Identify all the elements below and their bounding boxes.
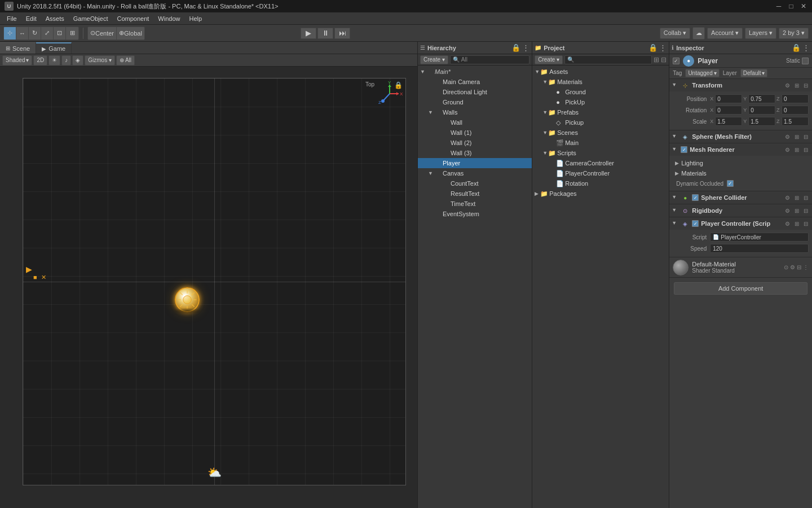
- hierarchy-item-wall1[interactable]: Wall: [418, 117, 532, 128]
- menu-component[interactable]: Component: [112, 12, 153, 25]
- lighting-collapse[interactable]: ▶ Lighting: [673, 158, 809, 168]
- project-item-assets[interactable]: ▼📁Assets: [532, 67, 669, 77]
- axis-gizmo[interactable]: X Y Z: [377, 81, 403, 107]
- dynamic-occluded-checkbox[interactable]: ✓: [727, 180, 734, 187]
- sphere-mesh-filter-header[interactable]: ▼ ◈ Sphere (Mesh Filter) ⚙ ⊞ ⊟: [669, 130, 812, 143]
- pause-button[interactable]: ⏸: [317, 28, 333, 39]
- collab-btn[interactable]: Collab ▾: [660, 28, 690, 39]
- gizmos-dropdown[interactable]: Gizmos ▾: [85, 55, 115, 65]
- 2d-toggle[interactable]: 2D: [33, 55, 47, 65]
- hierarchy-item-walls[interactable]: ▼Walls: [418, 107, 532, 117]
- mr-checkbox[interactable]: ✓: [681, 146, 687, 153]
- project-item-camera-ctrl[interactable]: 📄CameraController: [532, 158, 669, 168]
- hierarchy-item-canvas[interactable]: ▼Canvas: [418, 168, 532, 178]
- mesh-renderer-header[interactable]: ▼ ✓ Mesh Renderer ⚙ ⊞ ⊟: [669, 143, 812, 156]
- inspector-menu-icon[interactable]: ⋮: [802, 43, 810, 52]
- pivot-btn[interactable]: ⊙ Center: [88, 27, 117, 40]
- minimize-btn[interactable]: ─: [775, 2, 783, 10]
- transform-tool-2[interactable]: ↻: [29, 27, 41, 40]
- materials-collapse[interactable]: ▶ Materials: [673, 168, 809, 178]
- rot-z-field[interactable]: 0: [782, 106, 809, 115]
- pc-checkbox[interactable]: ✓: [692, 220, 699, 227]
- pc-menu-btn[interactable]: ⚙: [783, 220, 792, 227]
- project-item-rotation-script[interactable]: 📄Rotation: [532, 178, 669, 189]
- tab-scene[interactable]: ⊞ Scene: [0, 42, 36, 54]
- menu-assets[interactable]: Assets: [41, 12, 69, 25]
- menu-file[interactable]: File: [2, 12, 21, 25]
- project-create-btn[interactable]: Create ▾: [535, 55, 563, 64]
- menu-window[interactable]: Window: [153, 12, 184, 25]
- transform-tool-5[interactable]: ⊞: [66, 27, 78, 40]
- project-item-pickup-prefab[interactable]: ◇Pickup: [532, 117, 669, 128]
- static-toggle[interactable]: [802, 58, 809, 64]
- project-item-pickup-mat[interactable]: ●PickUp: [532, 97, 669, 107]
- hierarchy-item-wall2[interactable]: Wall (1): [418, 128, 532, 138]
- material-settings-btn[interactable]: ⋮: [803, 264, 809, 270]
- scale-x-field[interactable]: 1.5: [715, 117, 742, 126]
- project-item-prefabs[interactable]: ▼📁Prefabs: [532, 107, 669, 117]
- sc-checkbox[interactable]: ✓: [692, 194, 699, 201]
- layers-btn[interactable]: Layers ▾: [745, 28, 776, 39]
- hierarchy-item-directional-light[interactable]: Directional Light: [418, 87, 532, 97]
- pc-action-2[interactable]: ⊟: [802, 220, 810, 227]
- project-item-materials[interactable]: ▼📁Materials: [532, 77, 669, 87]
- mr-action-1[interactable]: ⊞: [793, 146, 801, 154]
- hierarchy-item-wall3[interactable]: Wall (2): [418, 138, 532, 148]
- project-menu-icon[interactable]: ⋮: [659, 43, 667, 52]
- sc-action-2[interactable]: ⊟: [802, 194, 810, 202]
- rot-y-field[interactable]: 0: [748, 106, 775, 115]
- project-tool-1[interactable]: ⊞: [654, 56, 659, 64]
- project-lock-icon[interactable]: 🔒: [648, 43, 657, 52]
- object-active-checkbox[interactable]: ✓: [673, 58, 679, 64]
- layout-btn[interactable]: 2 by 3 ▾: [779, 28, 809, 39]
- hierarchy-item-main-camera[interactable]: Main Camera: [418, 77, 532, 87]
- hierarchy-create-btn[interactable]: Create ▾: [420, 55, 448, 64]
- hierarchy-item-player[interactable]: Player: [418, 158, 532, 168]
- scale-y-field[interactable]: 1.5: [748, 117, 775, 126]
- project-item-player-ctrl[interactable]: 📄PlayerController: [532, 168, 669, 178]
- hierarchy-item-resulttext[interactable]: ResultText: [418, 189, 532, 199]
- effects-toggle[interactable]: ◈: [72, 55, 83, 65]
- transform-tool-1[interactable]: ↔: [16, 27, 29, 40]
- hierarchy-item-eventsystem[interactable]: EventSystem: [418, 209, 532, 219]
- tab-game[interactable]: ▶ Game: [36, 42, 72, 54]
- pos-x-field[interactable]: 0: [715, 94, 742, 103]
- transform-tool-4[interactable]: ⊡: [54, 27, 66, 40]
- sc-menu-btn[interactable]: ⚙: [783, 194, 792, 202]
- project-item-ground-mat[interactable]: ●Ground: [532, 87, 669, 97]
- hierarchy-item-counttext[interactable]: CountText: [418, 178, 532, 189]
- sphere-collider-header[interactable]: ▼ ● ✓ Sphere Collider ⚙ ⊞ ⊟: [669, 191, 812, 204]
- close-btn[interactable]: ✕: [800, 2, 807, 10]
- scale-z-field[interactable]: 1.5: [782, 117, 809, 126]
- hierarchy-item-timetext[interactable]: TimeText: [418, 199, 532, 209]
- transform-action-2[interactable]: ⊟: [802, 82, 810, 89]
- static-checkbox[interactable]: Static: [786, 58, 809, 64]
- transform-tool-0[interactable]: ⊹: [4, 27, 16, 40]
- hierarchy-item-wall4[interactable]: Wall (3): [418, 148, 532, 158]
- shading-dropdown[interactable]: Shaded▾: [2, 55, 32, 65]
- material-expand-btn[interactable]: ⊟: [797, 264, 801, 270]
- sc-action-1[interactable]: ⊞: [793, 194, 801, 202]
- hierarchy-item-ground[interactable]: Ground: [418, 97, 532, 107]
- script-field[interactable]: 📄 PlayerController: [710, 233, 809, 242]
- smf-action-1[interactable]: ⊞: [793, 133, 801, 141]
- lighting-toggle[interactable]: ☀: [48, 55, 60, 65]
- project-item-scripts[interactable]: ▼📁Scripts: [532, 148, 669, 158]
- speed-field[interactable]: 120: [710, 244, 809, 253]
- transform-menu-btn[interactable]: ⚙: [783, 82, 792, 89]
- rot-x-field[interactable]: 0: [715, 106, 742, 115]
- project-item-packages[interactable]: ▶📁Packages: [532, 189, 669, 199]
- menu-gameobject[interactable]: GameObject: [69, 12, 113, 25]
- material-select-btn[interactable]: ⊙: [784, 264, 788, 270]
- project-item-main-scene[interactable]: 🎬Main: [532, 138, 669, 148]
- hierarchy-menu-icon[interactable]: ⋮: [522, 43, 529, 52]
- all-toggle[interactable]: ⊕ All: [116, 55, 135, 65]
- transform-tool-3[interactable]: ⤢: [41, 27, 54, 40]
- maximize-btn[interactable]: □: [787, 2, 795, 10]
- step-button[interactable]: ⏭: [334, 28, 350, 39]
- menu-edit[interactable]: Edit: [21, 12, 41, 25]
- space-btn[interactable]: ⊕ Global: [117, 27, 144, 40]
- player-controller-header[interactable]: ▼ ◈ ✓ Player Controller (Scrip ⚙ ⊞ ⊟: [669, 217, 812, 230]
- hierarchy-search[interactable]: 🔍 All: [450, 55, 529, 64]
- project-search[interactable]: 🔍: [564, 55, 652, 64]
